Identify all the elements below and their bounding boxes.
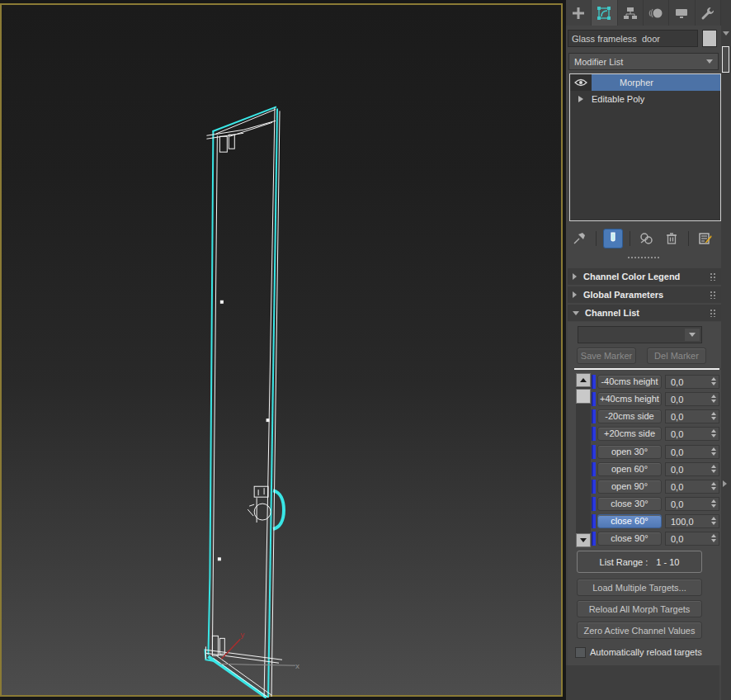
- list-range-label: List Range :: [600, 557, 648, 567]
- show-end-result-button[interactable]: [603, 229, 623, 248]
- channel-target-button[interactable]: -20cms side: [597, 409, 662, 423]
- modifier-list-dropdown[interactable]: Modifier List: [568, 53, 719, 70]
- expand-arrow-icon[interactable]: [570, 91, 592, 107]
- channel-value-field[interactable]: 0,0: [665, 445, 719, 459]
- channel-row: open 60° 0,0: [592, 462, 719, 476]
- panel-scroll-column: [721, 0, 731, 700]
- visibility-toggle[interactable]: [570, 74, 592, 91]
- del-marker-button[interactable]: Del Marker: [647, 348, 706, 364]
- channel-value: 0,0: [671, 377, 683, 387]
- channel-target-button[interactable]: close 90°: [597, 532, 662, 546]
- channel-value-field[interactable]: 100,0: [665, 514, 719, 528]
- scroll-up-button[interactable]: [576, 373, 591, 387]
- channel-value-field[interactable]: 0,0: [665, 532, 719, 546]
- channel-value: 0,0: [671, 412, 683, 422]
- channel-value-field[interactable]: 0,0: [665, 497, 719, 511]
- panel-splitter-handle[interactable]: [627, 256, 660, 259]
- dropdown-button[interactable]: [685, 329, 700, 341]
- drag-grip-icon[interactable]: [710, 291, 716, 299]
- spinner-arrows[interactable]: [711, 482, 716, 490]
- scrollbar-thumb[interactable]: [576, 389, 591, 404]
- drag-grip-icon[interactable]: [710, 272, 716, 281]
- channel-color-bar: [592, 427, 596, 441]
- channel-value: 0,0: [671, 429, 683, 439]
- channel-target-button[interactable]: +40cms height: [597, 392, 662, 406]
- object-color-swatch[interactable]: [702, 30, 717, 47]
- drag-grip-icon[interactable]: [710, 309, 716, 317]
- modifier-list-label: Modifier List: [574, 57, 623, 67]
- spinner-arrows[interactable]: [711, 447, 716, 456]
- channel-value: 0,0: [671, 534, 683, 544]
- collapsed-arrow-icon: [573, 273, 577, 280]
- stack-item-editable-poly[interactable]: Editable Poly: [570, 91, 720, 107]
- spinner-arrows[interactable]: [711, 534, 716, 542]
- channel-target-button[interactable]: close 30°: [597, 497, 662, 511]
- make-unique-button[interactable]: [637, 229, 657, 248]
- channel-target-button[interactable]: open 30°: [597, 445, 662, 459]
- spinner-arrows[interactable]: [711, 465, 716, 473]
- channel-color-bar: [592, 514, 596, 528]
- zero-active-channel-values-button[interactable]: Zero Active Channel Values: [577, 622, 702, 639]
- tab-utilities[interactable]: [696, 0, 721, 26]
- spinner-arrows[interactable]: [711, 429, 716, 438]
- rollout-global-parameters[interactable]: Global Parameters: [568, 286, 721, 303]
- panel-empty-area: [566, 665, 719, 700]
- stack-item-morpher[interactable]: Morpher: [570, 74, 720, 91]
- channel-value-field[interactable]: 0,0: [665, 409, 719, 423]
- chevron-down-icon: [689, 333, 696, 337]
- tab-display[interactable]: [669, 0, 695, 26]
- scroll-down-button[interactable]: [576, 533, 591, 547]
- spinner-arrows[interactable]: [711, 517, 716, 525]
- save-marker-button[interactable]: Save Marker: [577, 348, 636, 364]
- viewport-canvas[interactable]: y x: [2, 5, 561, 695]
- panel-scroll-right-icon[interactable]: [723, 480, 727, 487]
- spinner-arrows[interactable]: [711, 377, 716, 385]
- channel-target-button[interactable]: open 90°: [597, 480, 662, 494]
- channel-target-button[interactable]: open 60°: [597, 462, 662, 476]
- spinner-arrows[interactable]: [711, 499, 716, 508]
- command-panel-tabs: [566, 0, 721, 26]
- channel-value-field[interactable]: 0,0: [665, 427, 719, 441]
- channel-value-field[interactable]: 0,0: [665, 480, 719, 494]
- panel-collapse-arrow-icon[interactable]: [723, 31, 729, 35]
- rollout-channel-list[interactable]: Channel List: [568, 305, 721, 321]
- channel-value-field[interactable]: 0,0: [665, 392, 719, 406]
- tab-hierarchy[interactable]: [618, 0, 644, 26]
- show-end-result-icon: [608, 232, 618, 245]
- tab-create[interactable]: [566, 0, 592, 26]
- channel-color-bar: [592, 375, 596, 389]
- viewport[interactable]: y x: [0, 0, 566, 700]
- auto-reload-label: Automatically reload targets: [590, 647, 702, 657]
- object-name-input[interactable]: [568, 30, 698, 47]
- channel-color-bar: [592, 497, 596, 511]
- channel-row: -20cms side 0,0: [592, 409, 719, 423]
- channel-target-button[interactable]: close 60°: [597, 514, 662, 528]
- pin-stack-button[interactable]: [569, 229, 589, 248]
- channel-target-button[interactable]: -40cms height: [597, 375, 662, 389]
- marker-dropdown[interactable]: [578, 326, 702, 343]
- trash-icon: [666, 232, 677, 245]
- chevron-down-icon: [706, 59, 713, 64]
- load-multiple-targets-button[interactable]: Load Multiple Targets...: [577, 579, 702, 596]
- triangle-down-icon: [580, 538, 587, 542]
- panel-scrollbar-thumb[interactable]: [722, 46, 729, 73]
- channel-value-field[interactable]: 0,0: [665, 462, 719, 476]
- channel-target-button[interactable]: +20cms side: [597, 427, 662, 441]
- spinner-arrows[interactable]: [711, 395, 716, 403]
- toolbar-separator: [688, 231, 689, 246]
- spinner-arrows[interactable]: [711, 412, 716, 420]
- configure-modifier-sets-button[interactable]: [696, 229, 715, 248]
- stack-item-label: Editable Poly: [592, 91, 720, 107]
- collapsed-arrow-icon: [573, 291, 577, 298]
- tab-motion[interactable]: [644, 0, 669, 26]
- channel-scrollbar[interactable]: [576, 373, 591, 547]
- reload-all-morph-targets-button[interactable]: Reload All Morph Targets: [577, 600, 702, 617]
- channel-value-field[interactable]: 0,0: [665, 375, 719, 389]
- auto-reload-checkbox[interactable]: [575, 647, 586, 658]
- motion-icon: [648, 7, 663, 20]
- rollout-channel-color-legend[interactable]: Channel Color Legend: [568, 268, 721, 285]
- tab-modify[interactable]: [592, 0, 617, 26]
- channel-value: 0,0: [671, 482, 683, 492]
- axis-y-label: y: [240, 630, 244, 639]
- remove-modifier-button[interactable]: [662, 229, 681, 248]
